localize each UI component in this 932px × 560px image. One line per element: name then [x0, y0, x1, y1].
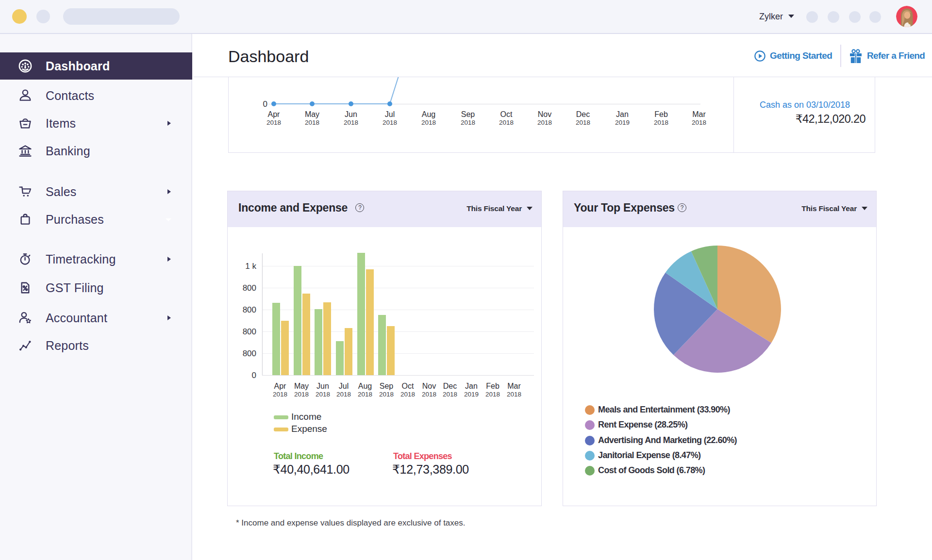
svg-text:2018: 2018	[273, 391, 287, 398]
svg-text:2018: 2018	[400, 391, 415, 398]
svg-text:Feb: Feb	[486, 382, 499, 390]
svg-text:Apr: Apr	[274, 382, 287, 390]
svg-text:800: 800	[243, 283, 256, 293]
svg-text:May: May	[305, 110, 319, 118]
svg-text:2018: 2018	[383, 119, 397, 126]
svg-text:2018: 2018	[305, 119, 319, 126]
svg-text:2018: 2018	[358, 391, 372, 398]
svg-text:Jun: Jun	[345, 110, 357, 118]
svg-text:Feb: Feb	[654, 110, 668, 118]
svg-text:Dec: Dec	[443, 382, 457, 390]
svg-text:2019: 2019	[464, 391, 479, 398]
svg-text:2018: 2018	[461, 119, 475, 126]
svg-text:2018: 2018	[443, 391, 457, 398]
svg-text:Dec: Dec	[576, 110, 590, 118]
svg-text:Oct: Oct	[402, 382, 414, 390]
svg-text:Apr: Apr	[268, 110, 281, 118]
svg-text:Sep: Sep	[461, 110, 475, 118]
svg-text:1 k: 1 k	[245, 262, 256, 271]
svg-text:0: 0	[252, 371, 256, 380]
svg-text:Jul: Jul	[385, 110, 395, 118]
svg-text:2018: 2018	[692, 119, 706, 126]
svg-text:Nov: Nov	[422, 382, 436, 390]
svg-text:Oct: Oct	[500, 110, 513, 118]
svg-text:2018: 2018	[485, 391, 500, 398]
svg-text:2018: 2018	[266, 119, 281, 126]
svg-text:Jul: Jul	[339, 382, 349, 390]
svg-text:2018: 2018	[422, 391, 436, 398]
svg-text:2018: 2018	[421, 119, 436, 126]
svg-text:2018: 2018	[507, 391, 521, 398]
svg-text:Nov: Nov	[538, 110, 551, 118]
svg-text:2018: 2018	[537, 119, 552, 126]
svg-text:May: May	[294, 382, 309, 390]
svg-text:Mar: Mar	[692, 110, 706, 118]
svg-text:2018: 2018	[499, 119, 514, 126]
svg-text:800: 800	[243, 349, 256, 358]
svg-text:Jan: Jan	[465, 382, 478, 390]
svg-text:2018: 2018	[344, 119, 358, 126]
svg-text:800: 800	[243, 305, 256, 314]
svg-text:Jan: Jan	[616, 110, 629, 118]
svg-text:2018: 2018	[379, 391, 394, 398]
svg-text:2018: 2018	[294, 391, 309, 398]
svg-text:Sep: Sep	[380, 382, 394, 390]
svg-text:2018: 2018	[576, 119, 590, 126]
svg-text:800: 800	[243, 327, 256, 336]
svg-text:2018: 2018	[316, 391, 330, 398]
svg-text:2018: 2018	[654, 119, 668, 126]
svg-text:Mar: Mar	[507, 382, 521, 390]
svg-text:2019: 2019	[615, 119, 630, 126]
svg-text:Aug: Aug	[422, 110, 435, 118]
svg-text:Aug: Aug	[358, 382, 372, 390]
svg-text:2018: 2018	[336, 391, 351, 398]
svg-text:0: 0	[263, 99, 267, 109]
svg-text:Jun: Jun	[316, 382, 329, 390]
